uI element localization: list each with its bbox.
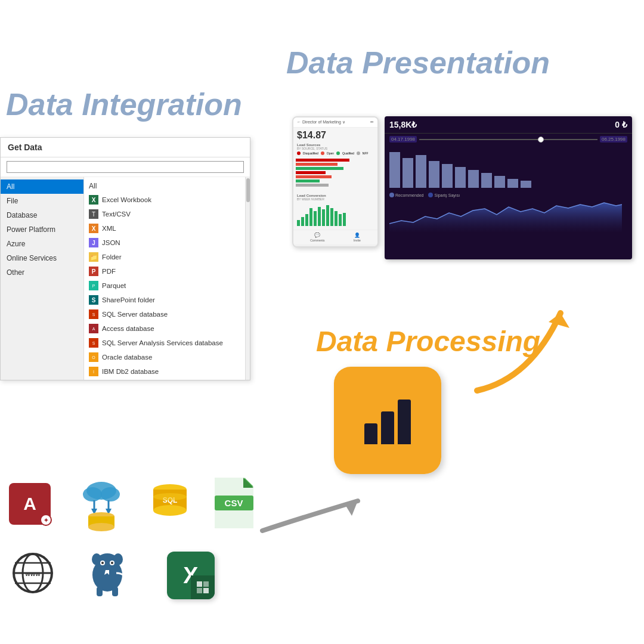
svg-rect-22 bbox=[429, 161, 439, 188]
svg-point-41 bbox=[88, 523, 114, 531]
ssas-icon: S bbox=[89, 338, 98, 348]
dashboard-metric-1: 15,8K₺ bbox=[389, 120, 417, 129]
svg-rect-69 bbox=[197, 581, 202, 587]
sidebar-item-database[interactable]: Database bbox=[1, 208, 83, 222]
list-all-header: All bbox=[84, 179, 250, 193]
list-item-excel[interactable]: X Excel Workbook bbox=[84, 193, 250, 207]
svg-rect-29 bbox=[521, 181, 531, 188]
svg-point-66 bbox=[111, 562, 113, 564]
list-item-ibmdb2[interactable]: I IBM Db2 database bbox=[84, 364, 250, 379]
list-item-pdf[interactable]: P PDF bbox=[84, 264, 250, 278]
svg-rect-1 bbox=[296, 163, 338, 166]
get-data-search-input[interactable] bbox=[7, 161, 244, 173]
get-data-title: Get Data bbox=[1, 138, 250, 157]
svg-rect-72 bbox=[203, 588, 209, 593]
sidebar-item-all[interactable]: All bbox=[1, 179, 83, 194]
svg-rect-27 bbox=[494, 176, 505, 188]
svg-rect-3 bbox=[296, 171, 326, 174]
data-integration-title: Data Integration bbox=[6, 86, 242, 122]
svg-point-46 bbox=[153, 493, 187, 500]
svg-rect-5 bbox=[296, 179, 320, 182]
pbi-bar-3 bbox=[398, 400, 411, 444]
svg-rect-19 bbox=[389, 152, 400, 188]
lead-sources-chart bbox=[296, 157, 373, 190]
dashboard-mock: 15,8K₺ 0 ₺ 04.17.1998 06.25.1998 Recomme… bbox=[385, 116, 632, 259]
svg-rect-24 bbox=[455, 167, 466, 188]
svg-rect-8 bbox=[301, 217, 304, 226]
list-item-textcsv[interactable]: T Text/CSV bbox=[84, 207, 250, 221]
dashboard-area-chart bbox=[389, 200, 622, 233]
pbi-bar-2 bbox=[381, 411, 394, 444]
svg-rect-17 bbox=[339, 214, 342, 226]
access-db-icon: A ✦ bbox=[9, 483, 51, 525]
svg-rect-10 bbox=[309, 208, 312, 226]
list-item-json[interactable]: J JSON bbox=[84, 236, 250, 250]
list-item-sharepoint[interactable]: S SharePoint folder bbox=[84, 293, 250, 307]
svg-rect-11 bbox=[314, 211, 317, 226]
svg-rect-7 bbox=[297, 220, 300, 226]
postgres-icon bbox=[83, 552, 131, 602]
svg-point-33 bbox=[83, 487, 102, 501]
sidebar-item-online-services[interactable]: Online Services bbox=[1, 251, 83, 265]
json-icon: J bbox=[89, 238, 98, 247]
dashboard-bar-chart bbox=[389, 146, 622, 188]
scrollbar[interactable] bbox=[245, 177, 250, 380]
sidebar-item-file[interactable]: File bbox=[1, 194, 83, 208]
excel-big-icon: X bbox=[167, 552, 215, 599]
svg-rect-20 bbox=[402, 158, 413, 188]
get-data-list: All X Excel Workbook T Text/CSV X XML J … bbox=[84, 177, 250, 380]
svg-rect-21 bbox=[416, 155, 426, 188]
svg-rect-16 bbox=[335, 211, 338, 226]
parquet-icon: P bbox=[89, 281, 98, 290]
svg-rect-14 bbox=[326, 205, 329, 226]
svg-point-34 bbox=[101, 487, 120, 501]
get-data-panel: Get Data All File Database Power Platfor… bbox=[0, 137, 250, 380]
lead-conversion-chart bbox=[296, 202, 373, 226]
ibmdb2-icon: I bbox=[89, 367, 98, 376]
svg-rect-71 bbox=[197, 588, 202, 593]
svg-rect-13 bbox=[322, 209, 325, 226]
list-item-sql-server[interactable]: S SQL Server database bbox=[84, 307, 250, 321]
oracle-icon: O bbox=[89, 352, 98, 362]
pbi-bar-1 bbox=[364, 423, 377, 444]
www-globe-icon: WWW bbox=[12, 552, 54, 596]
svg-point-44 bbox=[153, 505, 187, 516]
list-item-parquet[interactable]: P Parquet bbox=[84, 278, 250, 293]
svg-point-61 bbox=[92, 553, 101, 565]
sidebar-item-power-platform[interactable]: Power Platform bbox=[1, 222, 83, 237]
svg-rect-9 bbox=[305, 214, 308, 226]
svg-point-65 bbox=[101, 562, 104, 564]
list-item-ibminformix[interactable]: I IBM Informix database (Beta) bbox=[84, 379, 250, 380]
svg-rect-67 bbox=[97, 587, 103, 596]
list-item-xml[interactable]: X XML bbox=[84, 221, 250, 236]
phone-metric-value: $14.87 bbox=[293, 128, 377, 143]
sqlserver-icon: S bbox=[89, 309, 98, 319]
pdf-icon: P bbox=[89, 267, 98, 276]
svg-rect-18 bbox=[343, 213, 346, 226]
get-data-sidebar: All File Database Power Platform Azure O… bbox=[1, 177, 84, 380]
sidebar-item-other[interactable]: Other bbox=[1, 265, 83, 280]
list-item-ssas[interactable]: S SQL Server Analysis Services database bbox=[84, 336, 250, 350]
orange-arrow bbox=[459, 283, 578, 402]
list-item-folder[interactable]: 📁 Folder bbox=[84, 250, 250, 264]
sidebar-item-azure[interactable]: Azure bbox=[1, 237, 83, 251]
svg-rect-28 bbox=[507, 179, 518, 188]
svg-rect-2 bbox=[296, 167, 343, 170]
svg-rect-70 bbox=[203, 581, 209, 587]
access-icon: A bbox=[89, 324, 98, 333]
svg-point-62 bbox=[113, 553, 123, 565]
folder-icon: 📁 bbox=[89, 252, 98, 262]
svg-rect-68 bbox=[112, 587, 118, 596]
svg-rect-15 bbox=[330, 208, 333, 226]
xml-icon: X bbox=[89, 224, 98, 233]
svg-rect-23 bbox=[442, 164, 453, 188]
gray-arrow bbox=[250, 483, 388, 543]
svg-text:CSV: CSV bbox=[225, 498, 243, 508]
svg-rect-4 bbox=[296, 175, 332, 178]
list-item-access[interactable]: A Access database bbox=[84, 321, 250, 336]
list-item-oracle[interactable]: O Oracle database bbox=[84, 350, 250, 364]
svg-marker-50 bbox=[243, 478, 253, 488]
cloud-db-icon bbox=[78, 478, 125, 534]
powerbi-icon bbox=[334, 367, 441, 474]
csv-file-icon: CSV bbox=[212, 478, 259, 534]
